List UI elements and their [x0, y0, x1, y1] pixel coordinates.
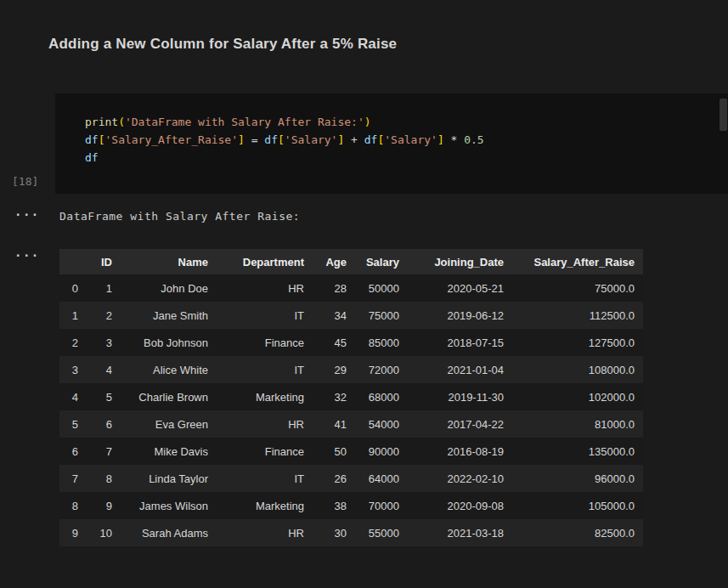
- table-row: 910Sarah AdamsHR30550002021-03-1882500.0: [59, 519, 643, 546]
- table-cell: 30: [313, 519, 355, 546]
- table-cell: 41: [313, 410, 355, 438]
- table-cell: 90000: [355, 438, 408, 465]
- table-cell: IT: [217, 302, 313, 329]
- code-token-var: df: [364, 133, 378, 146]
- table-cell: Finance: [217, 438, 313, 465]
- table-cell: 102000.0: [512, 383, 643, 410]
- table-cell: 85000: [355, 329, 408, 356]
- table-cell: 81000.0: [512, 410, 643, 438]
- table-row: 23Bob JohnsonFinance45850002018-07-15127…: [59, 329, 643, 356]
- table-cell: 70000: [355, 492, 408, 519]
- dataframe-table: IDNameDepartmentAgeSalaryJoining_DateSal…: [59, 249, 643, 546]
- code-token-op: *: [444, 133, 464, 146]
- table-cell: 2020-09-08: [408, 492, 512, 519]
- code-token-bracket: ]: [238, 133, 245, 146]
- code-token-var: df: [85, 133, 99, 146]
- table-cell: 2019-06-12: [408, 302, 512, 329]
- code-editor[interactable]: print('DataFrame with Salary After Raise…: [85, 113, 484, 167]
- output-collapse-toggle-2[interactable]: ...: [14, 246, 40, 259]
- table-cell: Marketing: [217, 492, 313, 519]
- row-index: 6: [59, 438, 87, 465]
- code-token-bracket: [: [278, 133, 285, 146]
- code-token-str: 'DataFrame with Salary After Raise:': [125, 116, 364, 128]
- table-row: 89James WilsonMarketing38700002020-09-08…: [59, 492, 643, 519]
- output-collapse-toggle-1[interactable]: ...: [14, 205, 40, 218]
- row-index: 2: [59, 329, 87, 356]
- table-cell: 2018-07-15: [408, 329, 512, 356]
- execution-count: [18]: [12, 175, 38, 188]
- table-cell: IT: [217, 356, 313, 383]
- table-cell: 29: [313, 356, 355, 383]
- code-token-str: 'Salary': [384, 133, 437, 146]
- table-header-row: IDNameDepartmentAgeSalaryJoining_DateSal…: [59, 249, 643, 274]
- column-header: Department: [217, 249, 313, 274]
- code-cell: print('DataFrame with Salary After Raise…: [55, 93, 728, 194]
- table-cell: 7: [87, 438, 121, 465]
- table-cell: Mike Davis: [121, 438, 217, 465]
- table-cell: 34: [313, 302, 355, 329]
- table-row: 34Alice WhiteIT29720002021-01-04108000.0: [59, 356, 643, 383]
- table-cell: HR: [217, 519, 313, 546]
- code-token-bracket: ]: [437, 133, 444, 146]
- row-index: 7: [59, 465, 87, 492]
- table-cell: 54000: [355, 410, 408, 438]
- column-header: Name: [121, 249, 217, 274]
- table-row: 67Mike DavisFinance50900002016-08-191350…: [59, 438, 643, 465]
- code-token-bracket: (: [118, 116, 125, 128]
- table-cell: 112500.0: [512, 302, 643, 329]
- table-cell: 105000.0: [512, 492, 643, 519]
- row-index: 1: [59, 302, 87, 329]
- table-cell: John Doe: [121, 274, 217, 302]
- table-cell: 26: [313, 465, 355, 492]
- table-cell: 28: [313, 274, 355, 302]
- row-index: 8: [59, 492, 87, 519]
- table-row: 45Charlie BrownMarketing32680002019-11-3…: [59, 383, 643, 410]
- code-token-op: +: [344, 133, 364, 146]
- code-line: df: [85, 149, 484, 167]
- code-token-op: =: [245, 133, 264, 146]
- notebook-page: Adding a New Column for Salary After a 5…: [0, 0, 728, 588]
- table-cell: 5: [87, 383, 121, 410]
- table-cell: 135000.0: [512, 438, 643, 465]
- table-cell: 6: [87, 410, 121, 438]
- table-cell: 1: [87, 274, 121, 302]
- table-cell: 8: [87, 465, 121, 492]
- table-cell: 75000.0: [512, 274, 643, 302]
- table-cell: 127500.0: [512, 329, 643, 356]
- table-cell: HR: [217, 410, 313, 438]
- column-header: [59, 249, 87, 274]
- table-cell: Alice White: [121, 356, 217, 383]
- table-cell: 50000: [355, 274, 408, 302]
- code-line: df['Salary_After_Raise'] = df['Salary'] …: [85, 131, 484, 149]
- table-cell: Bob Johnson: [121, 329, 217, 356]
- table-cell: 72000: [355, 356, 408, 383]
- table-cell: 2021-03-18: [408, 519, 512, 546]
- row-index: 5: [59, 410, 87, 438]
- row-index: 9: [59, 519, 87, 546]
- table-cell: 45: [313, 329, 355, 356]
- table-cell: 68000: [355, 383, 408, 410]
- table-cell: Eva Green: [121, 410, 217, 438]
- table-cell: 38: [313, 492, 355, 519]
- table-cell: 4: [87, 356, 121, 383]
- table-cell: Marketing: [217, 383, 313, 410]
- table-cell: IT: [217, 465, 313, 492]
- column-header: ID: [87, 249, 121, 274]
- table-cell: James Wilson: [121, 492, 217, 519]
- editor-scrollbar-thumb[interactable]: [720, 99, 727, 131]
- code-token-var: df: [85, 151, 99, 164]
- table-cell: 2017-04-22: [408, 410, 512, 438]
- column-header: Joining_Date: [408, 249, 512, 274]
- table-cell: 55000: [355, 519, 408, 546]
- table-cell: Linda Taylor: [121, 465, 217, 492]
- table-cell: 108000.0: [512, 356, 643, 383]
- table-cell: 2: [87, 302, 121, 329]
- table-cell: 2016-08-19: [408, 438, 512, 465]
- table-cell: 32: [313, 383, 355, 410]
- code-token-str: 'Salary': [285, 133, 338, 146]
- table-cell: Finance: [217, 329, 313, 356]
- table-cell: 75000: [355, 302, 408, 329]
- code-token-str: 'Salary_After_Raise': [104, 133, 238, 146]
- column-header: Salary_After_Raise: [512, 249, 643, 274]
- table-cell: 2019-11-30: [408, 383, 512, 410]
